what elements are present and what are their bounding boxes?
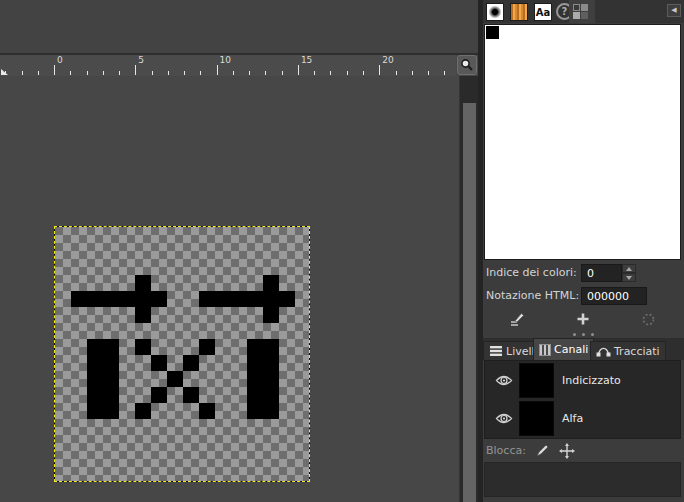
pixel-cell xyxy=(103,403,119,419)
pixel-cell xyxy=(151,291,167,307)
pixel-cell xyxy=(135,307,151,323)
pixel-cell xyxy=(263,355,279,371)
ruler-tick-label: 0 xyxy=(57,56,63,65)
magnifier-icon xyxy=(460,58,474,72)
paths-icon xyxy=(596,345,611,357)
tab-channels[interactable]: Canali xyxy=(533,338,594,360)
pixel-cell xyxy=(103,371,119,387)
ruler-tick xyxy=(22,71,23,75)
pixel-cell xyxy=(151,355,167,371)
edit-color-icon xyxy=(509,311,525,327)
pixel-cell xyxy=(151,387,167,403)
html-notation-row: Notazione HTML: xyxy=(483,286,684,306)
color-swatch-black[interactable] xyxy=(486,26,499,39)
dockable-tab-bar: Aa ? ◀ xyxy=(483,0,684,23)
color-index-label: Indice dei colori: xyxy=(486,263,577,283)
dialog-tab-bar: Livelli Canali Tracciati ◀ xyxy=(483,338,684,360)
color-index-input[interactable] xyxy=(581,264,622,282)
spinner-down-button[interactable] xyxy=(622,273,636,282)
colormap-palette-area[interactable] xyxy=(484,24,681,260)
horizontal-ruler[interactable]: 05101520 xyxy=(0,55,456,77)
add-color-button[interactable] xyxy=(550,308,616,330)
html-notation-input[interactable] xyxy=(581,287,647,305)
ruler-tick xyxy=(249,71,250,75)
ruler-tick xyxy=(103,71,104,75)
ruler-tick xyxy=(38,71,39,75)
layers-icon xyxy=(489,345,503,357)
ruler-tick xyxy=(298,65,299,75)
pixel-cell xyxy=(71,291,87,307)
brushes-tab[interactable] xyxy=(486,3,504,21)
pixel-cell xyxy=(231,291,247,307)
lock-pixels-icon[interactable] xyxy=(535,443,550,458)
pixel-cell xyxy=(247,371,263,387)
vertical-scrollbar-thumb[interactable] xyxy=(463,103,476,502)
colormap-tab[interactable] xyxy=(569,0,595,23)
lock-row: Blocca: xyxy=(483,440,684,461)
ruler-tick xyxy=(412,71,413,75)
pixel-cell xyxy=(87,355,103,371)
canvas-top-padding xyxy=(0,0,478,55)
pixel-cell xyxy=(183,387,199,403)
ruler-tick-label: 15 xyxy=(301,56,312,65)
plus-icon xyxy=(576,312,590,326)
pixel-cell xyxy=(263,291,279,307)
lock-position-icon[interactable] xyxy=(559,443,575,459)
channel-thumbnail[interactable] xyxy=(519,363,554,398)
pixel-cell xyxy=(247,403,263,419)
image-canvas-viewport[interactable] xyxy=(0,76,459,502)
stipple-circle-icon xyxy=(641,312,656,327)
patterns-tab[interactable] xyxy=(510,3,528,21)
ruler-tick-label: 5 xyxy=(138,56,144,65)
fonts-tab[interactable]: Aa xyxy=(534,3,552,21)
pixel-cell xyxy=(135,275,151,291)
lock-label: Blocca: xyxy=(486,440,526,461)
ruler-tick xyxy=(184,71,185,75)
panel-resize-grip[interactable] xyxy=(483,330,684,338)
pixel-cell xyxy=(87,403,103,419)
gimp-window: 05101520 Aa ? ◀ In xyxy=(0,0,684,502)
pixel-cell xyxy=(263,403,279,419)
empty-list-area xyxy=(484,462,681,497)
pixel-cell xyxy=(199,403,215,419)
spinner-up-button[interactable] xyxy=(622,264,636,273)
pixel-cell xyxy=(247,339,263,355)
layer-pixel-art[interactable] xyxy=(54,226,310,482)
pixel-cell xyxy=(135,403,151,419)
pixel-cell xyxy=(103,339,119,355)
pixel-cell xyxy=(103,291,119,307)
select-by-color-button-disabled[interactable] xyxy=(615,308,681,330)
pixel-cell xyxy=(199,291,215,307)
ruler-tick xyxy=(347,71,348,75)
pixel-cell xyxy=(87,371,103,387)
ruler-tick xyxy=(119,71,120,75)
vertical-scrollbar[interactable] xyxy=(459,76,478,502)
zoom-follow-window-button[interactable] xyxy=(457,55,477,75)
channel-row-indexed[interactable]: Indicizzato xyxy=(486,362,679,399)
ruler-tick xyxy=(444,71,445,75)
ruler-tick xyxy=(428,71,429,75)
chevron-down-icon xyxy=(626,276,632,280)
visibility-eye-icon[interactable] xyxy=(495,412,513,425)
ruler-tick xyxy=(233,71,234,75)
tab-channels-label: Canali xyxy=(554,343,588,356)
visibility-eye-icon[interactable] xyxy=(495,374,513,387)
dock-menu-button[interactable]: ◀ xyxy=(667,4,681,17)
pixel-cell xyxy=(103,387,119,403)
pixel-cell xyxy=(103,355,119,371)
channel-name: Indicizzato xyxy=(562,362,621,399)
pixel-cell xyxy=(199,339,215,355)
ruler-tick xyxy=(314,71,315,75)
pixel-cell xyxy=(263,339,279,355)
channels-list: Indicizzato Alfa xyxy=(484,360,681,439)
pixel-cell xyxy=(135,291,151,307)
edit-color-button[interactable] xyxy=(484,308,550,330)
ruler-tick xyxy=(396,71,397,75)
tab-paths[interactable]: Tracciati xyxy=(590,341,666,360)
channel-thumbnail[interactable] xyxy=(519,401,554,436)
channels-icon xyxy=(539,344,551,356)
ruler-tick xyxy=(200,71,201,75)
pixel-cell xyxy=(87,339,103,355)
channel-row-alpha[interactable]: Alfa xyxy=(486,400,679,437)
ruler-tick-label: 20 xyxy=(382,56,393,65)
